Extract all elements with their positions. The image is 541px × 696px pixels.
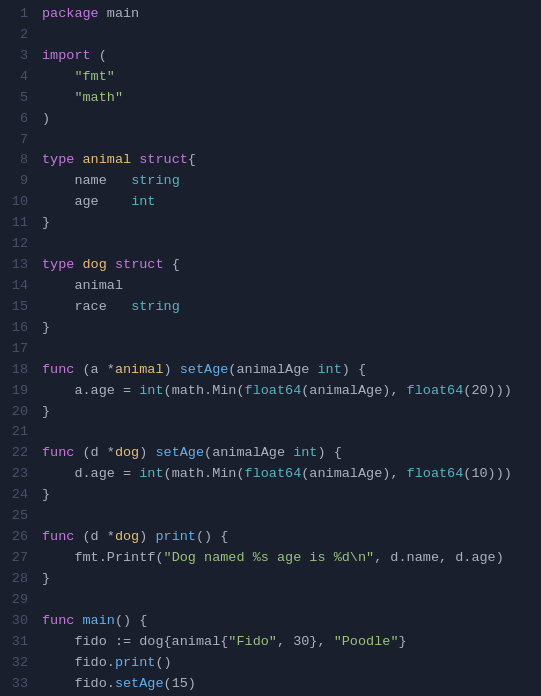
code-line — [42, 234, 541, 255]
token-plain: animalAge — [236, 362, 317, 377]
token-plain — [42, 90, 74, 105]
token-plain: { — [164, 257, 180, 272]
line-number: 7 — [10, 130, 28, 151]
token-plain: fmt.Printf( — [42, 550, 164, 565]
line-number: 33 — [10, 674, 28, 695]
token-struct-name: dog — [83, 257, 107, 272]
token-struct-name: dog — [115, 529, 139, 544]
token-func-name: setAge — [180, 362, 229, 377]
token-plain: a.age = — [42, 383, 139, 398]
token-plain: race — [42, 299, 131, 314]
line-number: 14 — [10, 276, 28, 297]
token-plain: ) — [42, 111, 50, 126]
code-line: type dog struct { — [42, 255, 541, 276]
line-number: 30 — [10, 611, 28, 632]
token-plain: } — [42, 215, 50, 230]
token-plain: , d.name, d.age) — [374, 550, 504, 565]
line-number: 21 — [10, 422, 28, 443]
token-str-green: "Dog named %s age is %d\n" — [164, 550, 375, 565]
token-plain — [42, 69, 74, 84]
token-plain: { — [188, 152, 196, 167]
token-plain: (math.Min( — [164, 466, 245, 481]
code-line: fido := dog{animal{"Fido", 30}, "Poodle"… — [42, 632, 541, 653]
token-plain: () { — [115, 613, 147, 628]
line-number: 24 — [10, 485, 28, 506]
line-number: 13 — [10, 255, 28, 276]
token-func-name: setAge — [115, 676, 164, 691]
token-plain: animal — [42, 278, 123, 293]
token-builtin: string — [131, 299, 180, 314]
code-line: func main() { — [42, 611, 541, 632]
line-number: 17 — [10, 339, 28, 360]
line-number: 10 — [10, 192, 28, 213]
line-number: 2 — [10, 25, 28, 46]
code-line: func (d *dog) print() { — [42, 527, 541, 548]
token-func-name: main — [83, 613, 115, 628]
token-plain — [74, 257, 82, 272]
code-line: func (a *animal) setAge(animalAge int) { — [42, 360, 541, 381]
code-line: } — [42, 213, 541, 234]
token-kw: func — [42, 613, 74, 628]
line-number: 1 — [10, 4, 28, 25]
token-plain: (15) — [164, 676, 196, 691]
token-struct-name: animal — [115, 362, 164, 377]
token-builtin: int — [139, 466, 163, 481]
token-plain: ) { — [317, 445, 341, 460]
code-line: animal — [42, 276, 541, 297]
token-plain: (10))) — [463, 466, 512, 481]
code-line: func (d *dog) setAge(animalAge int) { — [42, 443, 541, 464]
token-builtin: int — [293, 445, 317, 460]
token-plain: (20))) — [463, 383, 512, 398]
code-line: fido.setAge(15) — [42, 674, 541, 695]
token-plain: () — [155, 655, 171, 670]
token-func-name: setAge — [155, 445, 204, 460]
line-number: 3 — [10, 46, 28, 67]
token-plain: , 30}, — [277, 634, 334, 649]
line-number: 6 — [10, 109, 28, 130]
token-kw: package — [42, 6, 99, 21]
line-number: 25 — [10, 506, 28, 527]
token-plain: age — [42, 194, 131, 209]
token-func-name: print — [155, 529, 196, 544]
line-number: 31 — [10, 632, 28, 653]
token-plain — [74, 613, 82, 628]
token-plain: ( — [91, 48, 107, 63]
code-line — [42, 506, 541, 527]
token-plain: (math.Min( — [164, 383, 245, 398]
code-line: } — [42, 569, 541, 590]
token-plain — [74, 152, 82, 167]
code-line: fmt.Printf("Dog named %s age is %d\n", d… — [42, 548, 541, 569]
token-kw: type — [42, 257, 74, 272]
token-str-green: "math" — [74, 90, 123, 105]
token-plain: animalAge — [212, 445, 293, 460]
line-number: 27 — [10, 548, 28, 569]
code-line: type animal struct{ — [42, 150, 541, 171]
line-number: 19 — [10, 381, 28, 402]
code-line: "fmt" — [42, 67, 541, 88]
line-number: 16 — [10, 318, 28, 339]
token-plain: ( — [204, 445, 212, 460]
token-builtin: float64 — [407, 466, 464, 481]
token-plain: ) — [139, 529, 155, 544]
code-line — [42, 339, 541, 360]
token-plain: ) — [139, 445, 155, 460]
token-builtin: float64 — [245, 383, 302, 398]
token-str-green: "Poodle" — [334, 634, 399, 649]
token-struct-name: dog — [115, 445, 139, 460]
token-kw: import — [42, 48, 91, 63]
line-number: 12 — [10, 234, 28, 255]
line-numbers: 1234567891011121314151617181920212223242… — [0, 4, 38, 696]
token-plain: main — [99, 6, 140, 21]
code-line: d.age = int(math.Min(float64(animalAge),… — [42, 464, 541, 485]
token-plain: } — [42, 320, 50, 335]
line-number: 26 — [10, 527, 28, 548]
line-number: 20 — [10, 402, 28, 423]
token-plain: (a * — [74, 362, 115, 377]
line-number: 9 — [10, 171, 28, 192]
token-builtin: int — [131, 194, 155, 209]
code-line: "math" — [42, 88, 541, 109]
token-plain: name — [42, 173, 131, 188]
line-number: 22 — [10, 443, 28, 464]
token-builtin: int — [139, 383, 163, 398]
code-line: race string — [42, 297, 541, 318]
